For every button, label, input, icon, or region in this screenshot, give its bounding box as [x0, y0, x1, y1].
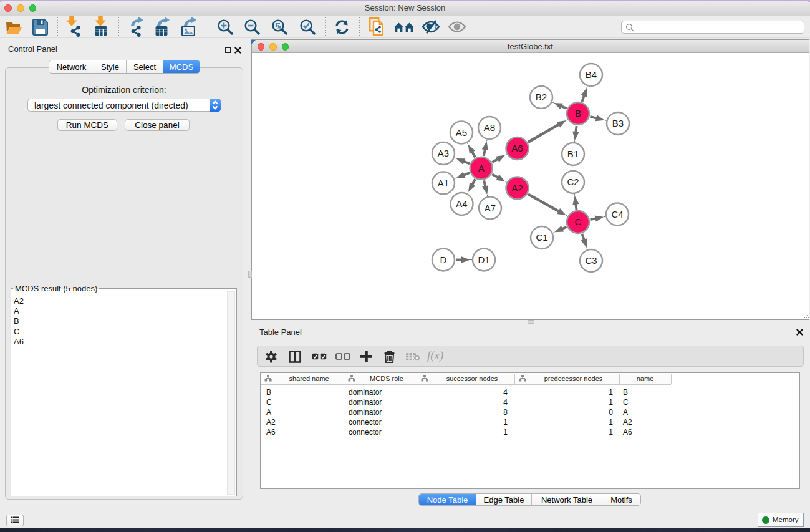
svg-text:A1: A1 [438, 178, 449, 188]
svg-text:C: C [575, 216, 582, 227]
svg-text:A4: A4 [456, 198, 467, 209]
svg-text:C2: C2 [567, 177, 579, 187]
svg-text:A6: A6 [511, 143, 523, 153]
svg-text:B2: B2 [536, 92, 547, 102]
svg-text:B1: B1 [567, 148, 579, 159]
svg-text:C4: C4 [611, 209, 623, 220]
svg-text:A: A [478, 163, 485, 173]
svg-text:A8: A8 [484, 122, 495, 133]
svg-text:D1: D1 [478, 254, 489, 265]
svg-text:D: D [440, 254, 447, 265]
svg-text:B3: B3 [612, 118, 624, 128]
svg-text:C1: C1 [536, 232, 547, 243]
svg-text:B4: B4 [586, 69, 597, 80]
svg-text:A3: A3 [438, 148, 449, 158]
svg-text:C3: C3 [585, 255, 597, 266]
svg-text:A5: A5 [456, 127, 467, 138]
svg-text:A7: A7 [485, 203, 496, 213]
svg-text:A2: A2 [511, 183, 523, 193]
svg-text:B: B [575, 108, 581, 118]
